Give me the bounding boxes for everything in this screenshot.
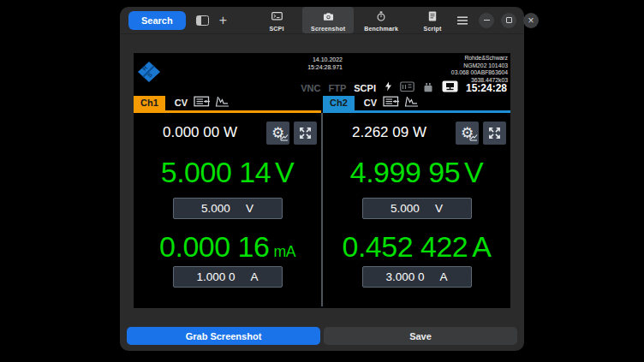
tab-label: Benchmark	[364, 26, 398, 32]
channel-1-panel: Ch1 CV 0.000 00 W	[134, 95, 321, 308]
set-levels-icon	[194, 95, 211, 110]
channel-1-settings-button[interactable]: ⚙	[266, 122, 289, 145]
status-clock: 15:24:28	[466, 82, 507, 94]
screenshot-pane: RS 14.10.2022 15:24:28.971 Rohde&Schwarz…	[120, 34, 524, 308]
device-model: NGM202 101403	[451, 62, 508, 70]
tab-label: SCPI	[269, 26, 283, 32]
channel-2-settings-button[interactable]: ⚙	[456, 122, 479, 145]
minimize-button[interactable]	[479, 13, 494, 28]
footer-actions: Grab Screenshot Save	[127, 327, 517, 345]
app-window: Search + SCPI Screenshot Benchmark	[120, 7, 524, 351]
channel-2-fullscreen-button[interactable]	[483, 122, 506, 145]
setpoint-unit: V	[246, 202, 253, 215]
screen-datetime: 14.10.2022 15:24:28.971	[307, 56, 343, 71]
usb-icon	[422, 80, 434, 96]
channel-1-power: 0.000 00 W	[138, 124, 262, 141]
save-button[interactable]: Save	[324, 327, 517, 345]
rohde-schwarz-logo: RS	[137, 61, 161, 86]
setpoint-unit: A	[251, 270, 259, 283]
tab-script[interactable]: Script	[408, 7, 456, 33]
trigger-icon	[400, 80, 414, 96]
channel-1-header[interactable]: Ch1 CV	[134, 95, 321, 110]
setpoint-unit: A	[440, 270, 448, 283]
status-vnc: VNC	[301, 83, 320, 93]
mini-chart-icon	[469, 131, 478, 144]
channel-1-power-row: 0.000 00 W ⚙	[134, 120, 321, 145]
channel-2-power-row: 2.262 09 W ⚙	[323, 120, 510, 145]
channel-1-current-reading: 0.000 16mA	[134, 230, 321, 264]
setpoint-unit: V	[435, 202, 443, 215]
sidebar-toggle-icon	[196, 15, 209, 26]
voltage-value: 5.000 14	[161, 156, 271, 189]
waveform-icon	[403, 95, 419, 110]
status-scpi: SCPI	[354, 83, 376, 93]
new-tab-button[interactable]: +	[219, 15, 227, 26]
toolbar-tabs: SCPI Screenshot Benchmark Script	[253, 7, 456, 33]
channel-2-mode: CV	[364, 98, 377, 108]
tab-label: Screenshot	[311, 26, 345, 32]
channel-1-tab[interactable]: Ch1	[134, 96, 165, 110]
channel-2-voltage-reading: 4.999 95V	[323, 156, 510, 190]
minimize-icon	[484, 20, 490, 21]
search-button[interactable]: Search	[128, 11, 186, 30]
channel-2-header-icons	[383, 95, 419, 110]
channel-2-accent-bar	[323, 110, 510, 113]
voltage-unit: V	[275, 156, 294, 189]
sidebar-toggle-button[interactable]	[196, 15, 209, 26]
lan-icon	[442, 80, 458, 96]
channel-1-voltage-setpoint[interactable]: 5.000V	[173, 198, 283, 219]
expand-icon	[487, 126, 502, 140]
current-unit: mA	[273, 243, 295, 261]
maximize-button[interactable]	[501, 13, 516, 28]
tab-benchmark[interactable]: Benchmark	[355, 7, 407, 33]
setpoint-value: 1.000 0	[196, 270, 235, 283]
status-ftp: FTP	[328, 83, 346, 93]
setpoint-value: 5.000	[201, 202, 230, 215]
tab-scpi[interactable]: SCPI	[253, 7, 301, 33]
screen-date: 14.10.2022	[307, 56, 343, 63]
instrument-screenshot: RS 14.10.2022 15:24:28.971 Rohde&Schwarz…	[134, 53, 510, 308]
maximize-icon	[506, 17, 512, 23]
screen-timestamp: 15:24:28.971	[307, 63, 343, 71]
camera-icon	[323, 9, 334, 25]
tab-screenshot[interactable]: Screenshot	[302, 7, 354, 33]
current-value: 0.452 422	[343, 230, 468, 264]
titlebar: Search + SCPI Screenshot Benchmark	[120, 7, 524, 34]
setpoint-value: 3.000 0	[385, 270, 424, 283]
lightning-icon	[384, 80, 392, 96]
stopwatch-icon	[376, 9, 386, 25]
channel-1-mode: CV	[175, 98, 188, 108]
window-controls: ×	[456, 13, 539, 28]
channel-2-current-reading: 0.452 422A	[323, 230, 510, 264]
channel-2-voltage-setpoint[interactable]: 5.000V	[362, 198, 472, 219]
status-bar: VNC FTP SCPI 15:24:28	[301, 81, 507, 95]
setpoint-value: 5.000	[391, 202, 420, 215]
device-serial: 03.068 00ABF863604	[451, 69, 508, 77]
desktop: { "colors": { "accent": "#1a73e8", "ch1"…	[0, 0, 644, 362]
script-file-icon	[428, 9, 437, 25]
grab-screenshot-button[interactable]: Grab Screenshot	[127, 327, 320, 345]
channel-1-fullscreen-button[interactable]	[294, 122, 317, 145]
channel-1-current-setpoint[interactable]: 1.000 0A	[173, 266, 283, 288]
expand-icon	[298, 126, 313, 140]
voltage-unit: V	[464, 156, 483, 189]
channel-2-power: 2.262 09 W	[327, 124, 451, 141]
channel-1-accent-bar	[134, 110, 321, 113]
menu-button[interactable]	[456, 13, 468, 28]
channel-1-voltage-reading: 5.000 14V	[134, 156, 321, 190]
channel-2-tab[interactable]: Ch2	[323, 96, 355, 110]
device-brand: Rohde&Schwarz	[451, 55, 508, 62]
device-info: Rohde&Schwarz NGM202 101403 03.068 00ABF…	[451, 55, 508, 84]
channel-2-current-setpoint[interactable]: 3.000 0A	[362, 266, 472, 288]
channel-divider	[321, 113, 323, 306]
channel-2-panel: Ch2 CV 2.262 09 W	[323, 95, 510, 308]
tab-label: Script	[424, 26, 442, 32]
set-levels-icon	[383, 95, 400, 110]
close-button[interactable]: ×	[523, 13, 539, 28]
channel-2-header[interactable]: Ch2 CV	[323, 95, 510, 110]
close-icon: ×	[528, 15, 534, 26]
voltage-value: 4.999 95	[350, 156, 460, 189]
current-unit: A	[472, 230, 491, 264]
terminal-icon	[271, 9, 283, 25]
channel-area: Ch1 CV 0.000 00 W	[134, 95, 510, 308]
